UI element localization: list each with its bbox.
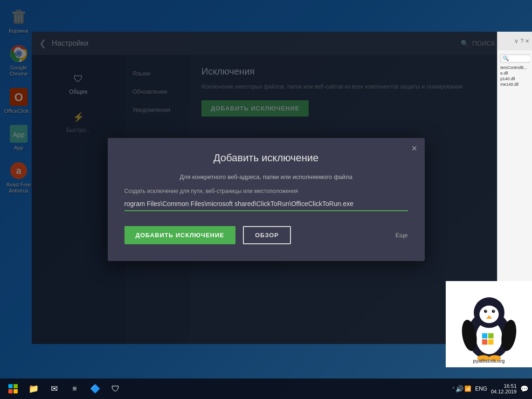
taskbar-clock[interactable]: 16:51 04.12.2019 bbox=[491, 383, 517, 394]
taskbar-tray: ^ 🔊 📶 bbox=[452, 385, 471, 392]
file-explorer-icon: 📁 bbox=[28, 384, 39, 394]
side-panel-file-2: e.dll bbox=[499, 70, 530, 76]
task-icon: ≡ bbox=[72, 385, 76, 393]
side-panel-file-4: me140.dll bbox=[499, 82, 530, 87]
taskbar-network-icon[interactable]: 📶 bbox=[464, 385, 471, 392]
svg-point-23 bbox=[492, 310, 495, 313]
svg-rect-37 bbox=[8, 389, 13, 393]
modal-title: Добавить исключение bbox=[124, 152, 408, 164]
side-panel-header: ∨ ? × bbox=[497, 32, 532, 50]
side-panel-close-icon[interactable]: × bbox=[525, 37, 529, 45]
side-panel-file-3: p140.dll bbox=[499, 76, 530, 82]
add-exclusion-modal: × Добавить исключение Для конкретного ве… bbox=[108, 138, 425, 261]
side-panel-chevron-icon: ∨ bbox=[514, 38, 518, 44]
svg-rect-31 bbox=[482, 333, 487, 338]
penguin-image-box: pyatlistnik.org bbox=[446, 281, 532, 367]
svg-point-22 bbox=[484, 310, 487, 313]
taskbar-avast-button[interactable]: 🛡 bbox=[106, 379, 125, 398]
modal-close-button[interactable]: × bbox=[412, 144, 417, 153]
start-button[interactable] bbox=[4, 379, 22, 398]
taskbar-language[interactable]: ENG bbox=[475, 385, 487, 392]
svg-point-24 bbox=[485, 310, 486, 311]
svg-rect-38 bbox=[14, 389, 18, 393]
mail-icon: ✉ bbox=[51, 384, 58, 394]
tray-show-icon[interactable]: ^ bbox=[452, 386, 455, 392]
svg-rect-36 bbox=[14, 384, 18, 388]
taskbar-speaker-icon[interactable]: 🔊 bbox=[456, 385, 463, 392]
svg-rect-34 bbox=[488, 339, 493, 344]
taskbar-time-value: 16:51 bbox=[504, 383, 517, 389]
side-panel-file-1: temControlB... bbox=[499, 65, 530, 70]
mail-button[interactable]: ✉ bbox=[45, 379, 63, 398]
svg-point-25 bbox=[493, 310, 494, 311]
modal-more-link[interactable]: Еще bbox=[395, 232, 408, 239]
taskbar-date-value: 04.12.2019 bbox=[491, 389, 517, 394]
svg-rect-33 bbox=[482, 339, 487, 344]
task-button[interactable]: ≡ bbox=[65, 379, 84, 398]
modal-subtitle: Для конкретного веб-адреса, папки или ис… bbox=[124, 173, 408, 180]
modal-buttons: ДОБАВИТЬ ИСКЛЮЧЕНИЕ ОБЗОР Еще bbox=[124, 226, 408, 244]
app1-icon: 🔷 bbox=[90, 384, 100, 394]
modal-browse-button[interactable]: ОБЗОР bbox=[243, 226, 291, 244]
taskbar-notification-icon[interactable]: 💬 bbox=[520, 385, 528, 392]
side-panel-question-icon[interactable]: ? bbox=[520, 38, 524, 44]
side-panel-search[interactable]: 🔍 bbox=[500, 54, 529, 63]
svg-point-19 bbox=[479, 305, 498, 323]
taskbar: 📁 ✉ ≡ 🔷 🛡 ^ 🔊 📶 ENG 16:51 bbox=[0, 378, 532, 399]
taskbar-left: 📁 ✉ ≡ 🔷 🛡 bbox=[4, 379, 125, 398]
modal-input-label: Создать исключение для пути, веб-страниц… bbox=[124, 188, 408, 194]
side-panel-search-input[interactable] bbox=[509, 56, 530, 61]
taskbar-app1-button[interactable]: 🔷 bbox=[86, 379, 104, 398]
taskbar-avast-icon: 🛡 bbox=[111, 384, 120, 394]
svg-rect-32 bbox=[488, 333, 493, 338]
penguin-site-label: pyatlistnik.org bbox=[446, 358, 532, 364]
side-panel-search-icon: 🔍 bbox=[503, 55, 509, 62]
desktop: Корзина Google Chrome O bbox=[0, 0, 532, 399]
svg-rect-35 bbox=[8, 384, 13, 388]
file-explorer-button[interactable]: 📁 bbox=[24, 379, 43, 398]
exclusion-path-input[interactable] bbox=[124, 197, 408, 211]
taskbar-right: ^ 🔊 📶 ENG 16:51 04.12.2019 💬 bbox=[452, 383, 528, 394]
modal-add-exclusion-button[interactable]: ДОБАВИТЬ ИСКЛЮЧЕНИЕ bbox=[124, 226, 235, 244]
penguin-image bbox=[454, 287, 524, 362]
